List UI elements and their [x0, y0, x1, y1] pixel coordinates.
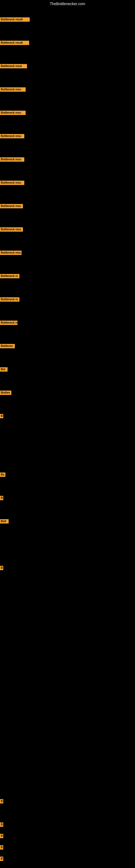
bottleneck-label: Bottleneck resu [0, 157, 24, 162]
bottleneck-label: Bottleneck re [0, 321, 17, 325]
bottleneck-label: Bottleneck resu [0, 251, 21, 255]
bottleneck-label: Bottleneck resu [0, 111, 26, 115]
site-title-text: TheBottlenecker.com [50, 2, 85, 6]
bottleneck-label: Bottleneck re [0, 274, 19, 278]
bottleneck-label: Bottleneck resu [0, 87, 26, 92]
site-title: TheBottlenecker.com [0, 0, 135, 8]
bottleneck-label: Bottleneck resu [0, 204, 23, 208]
bottleneck-label: B [0, 857, 3, 861]
bottleneck-label: B [0, 496, 3, 500]
bottleneck-label: Bott [0, 519, 9, 524]
bottleneck-label: B [0, 799, 3, 803]
bottleneck-label: Bottleneck resul [0, 64, 27, 68]
bottleneck-label: Bottlen [0, 391, 11, 395]
bottleneck-label: Bottlenec [0, 344, 15, 348]
bottleneck-label: Bot [0, 367, 8, 372]
bottleneck-label: B [0, 834, 3, 838]
bottleneck-label: Bottleneck result [0, 18, 30, 22]
bottleneck-label: B [0, 823, 3, 827]
bottleneck-label: Bottleneck result [0, 41, 29, 45]
bottleneck-label: Bottleneck resu [0, 134, 24, 138]
bottleneck-label: Bottleneck resu [0, 227, 23, 231]
bottleneck-label: Bottleneck resu [0, 181, 24, 185]
bottleneck-label: Bo [0, 472, 5, 477]
bottleneck-label: B [0, 566, 3, 570]
bottleneck-label: B [0, 414, 3, 418]
bottleneck-label: B [0, 845, 3, 849]
bottleneck-label: Bottleneck re [0, 297, 19, 302]
